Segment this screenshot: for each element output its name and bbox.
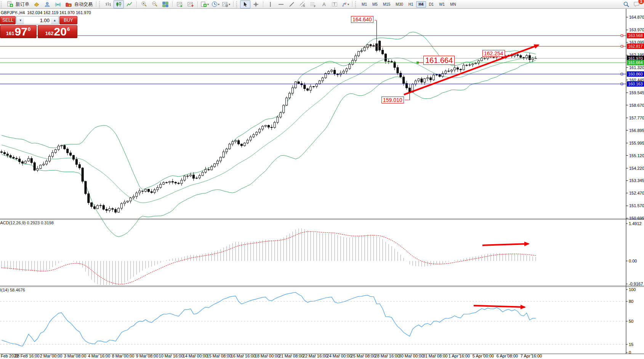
svg-text:2 Mar 00:00: 2 Mar 00:00 (40, 354, 62, 358)
timeframe-m15-button[interactable]: M15 (380, 1, 393, 8)
toolbar-grip (236, 2, 239, 7)
bar-chart-button[interactable] (103, 0, 113, 8)
trend-arrow-main[interactable] (404, 45, 538, 95)
separator (136, 1, 137, 7)
volume-value[interactable]: 1.00 (24, 16, 51, 24)
crosshair-button[interactable] (251, 0, 261, 8)
svg-text:157.770: 157.770 (629, 116, 644, 120)
svg-text:21 Mar 08:00: 21 Mar 08:00 (279, 354, 304, 358)
trend-arrow-macd[interactable] (482, 244, 529, 245)
svg-text:30 Mar 00:00: 30 Mar 00:00 (399, 354, 424, 358)
line-handle[interactable] (621, 73, 623, 75)
svg-text:T: T (333, 2, 335, 6)
line-handle[interactable] (621, 35, 623, 37)
search-button[interactable] (621, 0, 631, 8)
chart-frame (0, 9, 644, 354)
period-button[interactable]: ▾ (210, 0, 221, 8)
cursor-button[interactable] (240, 0, 250, 8)
equidistant-channel-button[interactable]: E (297, 0, 308, 8)
chevron-down-icon: ▾ (207, 3, 209, 6)
one-click-trading-panel: SELL ▼ 1.00 ▲ BUY 161 97 0 162 20 6 (0, 16, 77, 38)
trend-arrows (375, 20, 538, 307)
buy-button[interactable]: BUY (59, 16, 77, 24)
zoom-out-button[interactable] (149, 0, 160, 8)
svg-text:24 Mar 00:00: 24 Mar 00:00 (327, 354, 352, 358)
new-chart-button[interactable] (175, 0, 185, 8)
horizontal-line-button[interactable] (276, 0, 286, 8)
svg-text:160.860: 160.860 (628, 72, 643, 76)
svg-text:155.120: 155.120 (629, 153, 644, 158)
notifications-button[interactable]: 1 (631, 0, 642, 8)
svg-text:161.320: 161.320 (629, 65, 644, 70)
fibonacci-button[interactable]: F (308, 0, 318, 8)
svg-text:155.995: 155.995 (629, 141, 644, 145)
volume-decrease-button[interactable]: ▼ (17, 16, 24, 24)
market-watch-button[interactable] (31, 0, 42, 8)
time-axis[interactable]: Feb 202228 Feb 16:002 Mar 00:003 Mar 08:… (1, 354, 542, 358)
template-icon (222, 2, 228, 7)
separator (263, 1, 263, 7)
clock-icon (211, 1, 218, 7)
line-handle[interactable] (621, 45, 623, 47)
separator (96, 1, 96, 7)
timeframe-mn-button[interactable]: MN (447, 1, 459, 8)
text-icon: A (321, 2, 327, 7)
svg-text:15 Mar 08:00: 15 Mar 08:00 (207, 354, 232, 358)
autotrading-button[interactable] (63, 0, 74, 8)
sell-button[interactable]: SELL (0, 16, 16, 24)
new-order-button[interactable] (5, 0, 15, 8)
candlestick-chart-button[interactable] (114, 0, 124, 8)
zoom-in-icon (141, 1, 147, 7)
chevron-down-icon: ▾ (218, 3, 219, 6)
line-handle[interactable] (621, 83, 623, 85)
timeframe-h1-button[interactable]: H1 (406, 1, 416, 8)
price-annotation-label[interactable]: 164.640 (351, 16, 373, 23)
new-order-label[interactable]: 新订单 (16, 1, 29, 8)
svg-text:0.00: 0.00 (629, 259, 637, 263)
zoom-in-button[interactable] (139, 0, 149, 8)
trendline-button[interactable] (287, 0, 297, 8)
svg-text:-0.9167: -0.9167 (629, 282, 643, 286)
trend-arrow-rsi[interactable] (474, 306, 525, 307)
text-label-button[interactable]: T (329, 0, 340, 8)
svg-text:100: 100 (629, 287, 636, 292)
vertical-line-icon (268, 2, 273, 7)
svg-text:28 Mar 16:00: 28 Mar 16:00 (375, 354, 400, 358)
timeframe-m30-button[interactable]: M30 (393, 1, 405, 8)
tile-windows-button[interactable] (160, 0, 170, 8)
data-window-button[interactable] (42, 0, 52, 8)
horizontal-line-icon (278, 2, 284, 7)
add-indicator-button[interactable]: ▾ (200, 0, 210, 8)
price-annotation-label[interactable]: 161.664 (423, 56, 455, 65)
autotrading-icon (66, 2, 72, 7)
svg-text:9 Mar 08:00: 9 Mar 08:00 (136, 354, 159, 358)
timeframe-h4-button[interactable]: H4 (416, 1, 426, 8)
profiles-button[interactable] (185, 0, 195, 8)
svg-text:6 Apr 08:00: 6 Apr 08:00 (497, 354, 518, 358)
price-axis[interactable]: 164.870163.970163.095162.195161.320160.4… (626, 15, 644, 355)
trendline-icon (289, 2, 295, 7)
arrows-button[interactable]: ▾ (340, 0, 350, 8)
bar-chart-icon (105, 2, 111, 7)
separator (172, 1, 173, 7)
volume-increase-button[interactable]: ▲ (51, 16, 58, 24)
buy-price-display[interactable]: 162 20 6 (38, 25, 77, 38)
timeframe-m5-button[interactable]: M5 (370, 1, 380, 8)
text-button[interactable]: A (319, 0, 329, 8)
auto-trading-label[interactable]: 自动交易 (74, 1, 93, 8)
price-annotation-label[interactable]: 162.254 (482, 50, 505, 57)
volume-stepper: ▼ 1.00 ▲ (16, 16, 59, 24)
timeframe-w1-button[interactable]: W1 (436, 1, 447, 8)
svg-text:50: 50 (629, 319, 633, 324)
vertical-line-button[interactable] (265, 0, 276, 8)
chart-canvas[interactable]: 164.870163.970163.095162.195161.320160.4… (0, 0, 644, 359)
sell-price-display[interactable]: 161 97 0 (0, 25, 37, 38)
template-button[interactable]: ▾ (221, 0, 231, 8)
timeframe-d1-button[interactable]: D1 (426, 1, 436, 8)
svg-text:161.664: 161.664 (628, 60, 643, 65)
line-chart-button[interactable] (124, 0, 135, 8)
price-annotation-label[interactable]: 159.010 (381, 97, 404, 103)
signal-button[interactable] (53, 0, 63, 8)
timeframe-m1-button[interactable]: M1 (359, 1, 370, 8)
buy-price-big: 20 (54, 26, 67, 37)
